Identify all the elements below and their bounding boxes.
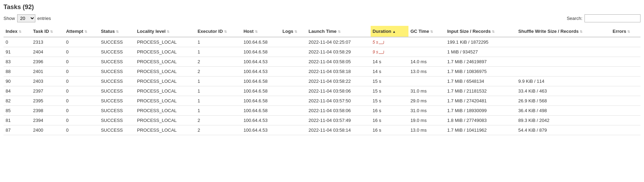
show-entries-select[interactable]: 20 10 50 100 (17, 14, 35, 22)
table-row: 8523980SUCCESSPROCESS_LOCAL1100.64.6.582… (4, 106, 640, 116)
cell-host: 100.64.4.53 (241, 116, 280, 125)
cell-executorId: 2 (195, 57, 241, 67)
col-header-executorId[interactable]: Executor ID ⇅ (195, 26, 241, 37)
cell-inputSize: 1.7 MiB / 27420481 (445, 96, 516, 106)
cell-index: 83 (4, 57, 31, 67)
cell-index: 82 (4, 96, 31, 106)
cell-taskId: 2404 (31, 47, 64, 57)
col-label-localityLevel: Locality level (137, 29, 166, 34)
table-row: 8323960SUCCESSPROCESS_LOCAL2100.64.4.532… (4, 57, 640, 67)
cell-localityLevel: PROCESS_LOCAL (135, 125, 195, 135)
col-label-errors: Errors (612, 29, 626, 34)
col-header-taskId[interactable]: Task ID ⇅ (31, 26, 64, 37)
cell-localityLevel: PROCESS_LOCAL (135, 57, 195, 67)
col-header-attempt[interactable]: Attempt ⇅ (64, 26, 99, 37)
cell-host: 100.64.6.58 (241, 37, 280, 47)
cell-status: SUCCESS (99, 86, 135, 96)
cell-gcTime: 13.0 ms (408, 125, 445, 135)
cell-launchTime: 2022-11-04 03:58:22 (307, 77, 371, 86)
col-label-taskId: Task ID (33, 29, 49, 34)
cell-duration: 15 s (371, 77, 408, 86)
cell-duration: 14 s (371, 57, 408, 67)
cell-launchTime: 2022-11-04 02:25:07 (307, 37, 371, 47)
col-label-launchTime: Launch Time (309, 29, 337, 34)
col-label-executorId: Executor ID (197, 29, 223, 34)
cell-executorId: 1 (195, 47, 241, 57)
col-header-host[interactable]: Host ⇅ (241, 26, 280, 37)
cell-shuffleWriteSize: 26.9 KiB / 568 (516, 96, 611, 106)
cell-shuffleWriteSize (516, 67, 611, 77)
cell-executorId: 2 (195, 116, 241, 125)
duration-annotated: 5 s (373, 40, 384, 45)
cell-duration: 5 s (371, 37, 408, 47)
cell-executorId: 1 (195, 37, 241, 47)
cell-inputSize: 1.7 MiB / 24619897 (445, 57, 516, 67)
cell-localityLevel: PROCESS_LOCAL (135, 116, 195, 125)
cell-host: 100.64.6.58 (241, 86, 280, 96)
cell-host: 100.64.6.58 (241, 106, 280, 116)
cell-executorId: 1 (195, 106, 241, 116)
cell-host: 100.64.4.53 (241, 57, 280, 67)
table-row: 8123940SUCCESSPROCESS_LOCAL2100.64.4.532… (4, 116, 640, 125)
cell-shuffleWriteSize: 9.9 KiB / 114 (516, 77, 611, 86)
cell-logs (280, 106, 307, 116)
cell-logs (280, 86, 307, 96)
sort-icon-index: ⇅ (19, 30, 21, 34)
col-header-localityLevel[interactable]: Locality level ⇅ (135, 26, 195, 37)
col-header-errors[interactable]: Errors ⇅ (610, 26, 640, 37)
cell-errors (610, 125, 640, 135)
col-header-logs[interactable]: Logs ⇅ (280, 26, 307, 37)
sort-icon-gcTime: ⇅ (430, 30, 433, 34)
cell-executorId: 2 (195, 125, 241, 135)
cell-logs (280, 125, 307, 135)
cell-executorId: 1 (195, 86, 241, 96)
col-header-duration[interactable]: Duration ▲ (371, 26, 408, 37)
cell-index: 84 (4, 86, 31, 96)
cell-host: 100.64.4.53 (241, 125, 280, 135)
cell-taskId: 2401 (31, 67, 64, 77)
cell-index: 87 (4, 125, 31, 135)
cell-executorId: 1 (195, 96, 241, 106)
sort-icon-duration: ▲ (392, 30, 396, 34)
cell-launchTime: 2022-11-04 03:58:06 (307, 86, 371, 96)
cell-inputSize: 1.7 MiB / 10836975 (445, 67, 516, 77)
cell-localityLevel: PROCESS_LOCAL (135, 86, 195, 96)
col-label-logs: Logs (282, 29, 293, 34)
cell-host: 100.64.6.58 (241, 77, 280, 86)
search-input[interactable] (584, 14, 640, 22)
sort-icon-attempt: ⇅ (84, 30, 87, 34)
cell-gcTime: 14.0 ms (408, 57, 445, 67)
cell-launchTime: 2022-11-04 03:57:49 (307, 116, 371, 125)
sort-icon-taskId: ⇅ (50, 30, 53, 34)
cell-index: 81 (4, 116, 31, 125)
col-header-inputSize[interactable]: Input Size / Records ⇅ (445, 26, 516, 37)
cell-status: SUCCESS (99, 67, 135, 77)
cell-shuffleWriteSize (516, 37, 611, 47)
cell-localityLevel: PROCESS_LOCAL (135, 96, 195, 106)
col-header-status[interactable]: Status ⇅ (99, 26, 135, 37)
col-header-index[interactable]: Index ⇅ (4, 26, 31, 37)
col-label-gcTime: GC Time (411, 29, 429, 34)
cell-status: SUCCESS (99, 125, 135, 135)
cell-duration: 9 s (371, 47, 408, 57)
col-label-status: Status (101, 29, 115, 34)
cell-logs (280, 47, 307, 57)
cell-errors (610, 96, 640, 106)
col-header-launchTime[interactable]: Launch Time ⇅ (307, 26, 371, 37)
col-label-duration: Duration (373, 29, 391, 34)
cell-inputSize: 1.7 MiB / 10411962 (445, 125, 516, 135)
cell-duration: 14 s (371, 67, 408, 77)
col-header-shuffleWriteSize[interactable]: Shuffle Write Size / Records ⇅ (516, 26, 611, 37)
cell-executorId: 1 (195, 77, 241, 86)
col-header-gcTime[interactable]: GC Time ⇅ (408, 26, 445, 37)
cell-taskId: 2403 (31, 77, 64, 86)
cell-duration: 15 s (371, 86, 408, 96)
cell-logs (280, 96, 307, 106)
sort-icon-shuffleWriteSize: ⇅ (580, 30, 582, 34)
sort-icon-errors: ⇅ (627, 30, 630, 34)
cell-shuffleWriteSize (516, 47, 611, 57)
cell-duration: 16 s (371, 125, 408, 135)
cell-status: SUCCESS (99, 77, 135, 86)
sort-icon-host: ⇅ (255, 30, 258, 34)
col-label-attempt: Attempt (66, 29, 83, 34)
